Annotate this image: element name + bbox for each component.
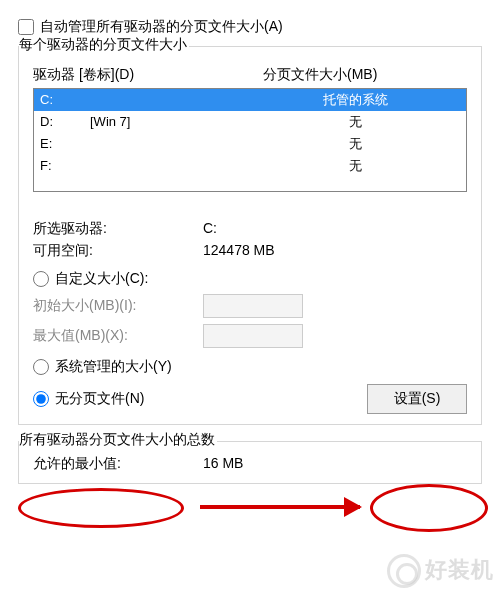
custom-size-label: 自定义大小(C): — [55, 270, 148, 288]
drive-size: 无 — [290, 111, 460, 133]
initial-size-label: 初始大小(MB)(I): — [33, 297, 203, 315]
watermark: 好装机 — [387, 554, 494, 588]
total-legend: 所有驱动器分页文件大小的总数 — [19, 431, 217, 449]
col-header-drive: 驱动器 [卷标](D) — [33, 66, 263, 84]
no-paging-label: 无分页文件(N) — [55, 390, 144, 408]
no-paging-radio[interactable] — [33, 391, 49, 407]
auto-manage-checkbox[interactable] — [18, 19, 34, 35]
drive-letter: F: — [40, 155, 90, 177]
drive-label — [90, 133, 290, 155]
selected-drive-value: C: — [203, 220, 467, 238]
drive-size: 无 — [290, 155, 460, 177]
min-allowed-value: 16 MB — [203, 455, 467, 473]
system-managed-radio[interactable] — [33, 359, 49, 375]
drive-label — [90, 89, 290, 111]
max-size-label: 最大值(MB)(X): — [33, 327, 203, 345]
watermark-text: 好装机 — [425, 557, 494, 582]
drive-label: [Win 7] — [90, 111, 290, 133]
set-button[interactable]: 设置(S) — [367, 384, 467, 414]
list-item[interactable]: C: 托管的系统 — [34, 89, 466, 111]
auto-manage-label: 自动管理所有驱动器的分页文件大小(A) — [40, 18, 283, 36]
annotation-arrow-icon — [200, 505, 360, 509]
drive-listbox[interactable]: C: 托管的系统 D: [Win 7] 无 E: 无 F: 无 — [33, 88, 467, 192]
system-managed-label: 系统管理的大小(Y) — [55, 358, 172, 376]
list-item[interactable]: E: 无 — [34, 133, 466, 155]
drive-letter: E: — [40, 133, 90, 155]
drive-label — [90, 155, 290, 177]
list-item[interactable]: D: [Win 7] 无 — [34, 111, 466, 133]
total-group: 所有驱动器分页文件大小的总数 允许的最小值: 16 MB — [18, 441, 482, 484]
custom-size-radio[interactable] — [33, 271, 49, 287]
col-header-size: 分页文件大小(MB) — [263, 66, 467, 84]
initial-size-input — [203, 294, 303, 318]
drive-size: 托管的系统 — [290, 89, 460, 111]
watermark-logo-icon — [387, 554, 421, 588]
annotation-circle-icon — [370, 484, 488, 532]
per-drive-legend: 每个驱动器的分页文件大小 — [19, 36, 189, 54]
drive-size: 无 — [290, 133, 460, 155]
list-item[interactable]: F: 无 — [34, 155, 466, 177]
per-drive-group: 每个驱动器的分页文件大小 驱动器 [卷标](D) 分页文件大小(MB) C: 托… — [18, 46, 482, 425]
min-allowed-label: 允许的最小值: — [33, 455, 203, 473]
max-size-input — [203, 324, 303, 348]
drive-letter: C: — [40, 89, 90, 111]
free-space-value: 124478 MB — [203, 242, 467, 260]
free-space-label: 可用空间: — [33, 242, 203, 260]
selected-drive-label: 所选驱动器: — [33, 220, 203, 238]
annotation-circle-icon — [18, 488, 184, 528]
drive-letter: D: — [40, 111, 90, 133]
